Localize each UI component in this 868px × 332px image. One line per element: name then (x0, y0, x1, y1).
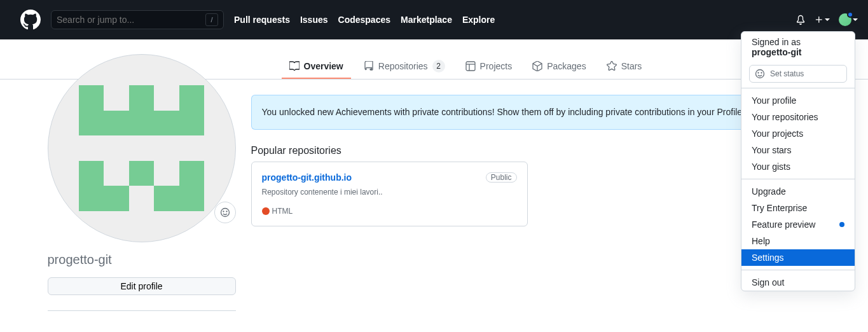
global-header: / Pull requests Issues Codespaces Market… (0, 0, 868, 39)
menu-sign-out[interactable]: Sign out (741, 274, 855, 291)
avatar-icon (839, 13, 851, 26)
username-display: progetto-git (48, 252, 236, 267)
set-status-button[interactable]: Set status (749, 65, 847, 83)
feature-preview-dot-icon (839, 222, 844, 227)
notifications-icon[interactable] (796, 15, 806, 25)
tab-overview-label: Overview (304, 61, 343, 71)
github-logo-icon[interactable] (20, 10, 41, 30)
repo-description: Repository contenente i miei lavori.. (262, 188, 517, 197)
svg-rect-0 (466, 62, 475, 71)
menu-your-gists[interactable]: Your gists (741, 158, 855, 175)
main-content: You unlocked new Achievements with priva… (251, 80, 821, 311)
global-nav: Pull requests Issues Codespaces Marketpl… (234, 15, 495, 25)
avatar-large[interactable] (48, 54, 236, 242)
nav-issues[interactable]: Issues (300, 15, 328, 25)
repo-visibility-badge: Public (486, 172, 517, 183)
tab-overview[interactable]: Overview (282, 55, 351, 79)
tab-packages-label: Packages (547, 61, 586, 71)
menu-your-stars[interactable]: Your stars (741, 142, 855, 158)
signed-in-user: progetto-git (752, 47, 844, 57)
repo-language-label: HTML (272, 207, 293, 216)
repositories-count-badge: 2 (432, 60, 445, 73)
tab-repositories-label: Repositories (378, 61, 428, 71)
svg-point-5 (226, 211, 227, 212)
tab-projects-label: Projects (480, 61, 513, 71)
signed-in-label: Signed in as (752, 37, 801, 47)
nav-marketplace[interactable]: Marketplace (401, 15, 452, 25)
menu-your-repositories[interactable]: Your repositories (741, 109, 855, 125)
sidebar-divider (48, 310, 236, 311)
create-new-dropdown[interactable] (815, 15, 830, 24)
menu-try-enterprise[interactable]: Try Enterprise (741, 200, 855, 216)
repo-name-link[interactable]: progetto-git.github.io (262, 172, 352, 183)
banner-text-before: You unlocked new Achievements with priva… (262, 107, 754, 117)
tab-stars[interactable]: Stars (599, 55, 650, 79)
svg-point-6 (756, 70, 764, 78)
tab-repositories[interactable]: Repositories 2 (356, 55, 453, 79)
menu-upgrade[interactable]: Upgrade (741, 183, 855, 200)
svg-point-8 (761, 73, 762, 73)
achievements-banner: You unlocked new Achievements with priva… (251, 95, 821, 130)
nav-explore[interactable]: Explore (462, 15, 495, 25)
user-dropdown: Signed in as progetto-git Set status You… (741, 31, 855, 291)
lang-color-dot (262, 207, 270, 215)
repo-card: progetto-git.github.io Public Repository… (251, 162, 528, 226)
svg-point-7 (758, 73, 759, 73)
svg-point-4 (223, 211, 224, 212)
dropdown-header: Signed in as progetto-git (741, 32, 855, 60)
popular-repos-title: Popular repositories (251, 145, 821, 156)
menu-your-profile[interactable]: Your profile (741, 92, 855, 109)
tab-projects[interactable]: Projects (458, 55, 520, 79)
user-menu-trigger[interactable] (839, 13, 858, 26)
search-slash-hint: / (205, 13, 218, 26)
identicon-icon (48, 55, 235, 242)
repo-language: HTML (262, 207, 517, 216)
nav-codespaces[interactable]: Codespaces (338, 15, 390, 25)
set-status-label: Set status (770, 69, 804, 78)
tab-packages[interactable]: Packages (525, 55, 593, 79)
menu-help[interactable]: Help (741, 233, 855, 249)
tab-stars-label: Stars (621, 61, 642, 71)
search-input[interactable] (57, 15, 205, 25)
search-box[interactable]: / (51, 10, 224, 29)
nav-pulls[interactable]: Pull requests (234, 15, 290, 25)
menu-settings[interactable]: Settings (741, 249, 855, 266)
set-status-emoji-button[interactable] (214, 202, 236, 223)
menu-feature-preview[interactable]: Feature preview (741, 216, 855, 233)
menu-your-projects[interactable]: Your projects (741, 125, 855, 142)
profile-sidebar: progetto-git Edit profile (48, 54, 236, 311)
edit-profile-button[interactable]: Edit profile (48, 277, 236, 295)
svg-point-3 (221, 209, 229, 217)
